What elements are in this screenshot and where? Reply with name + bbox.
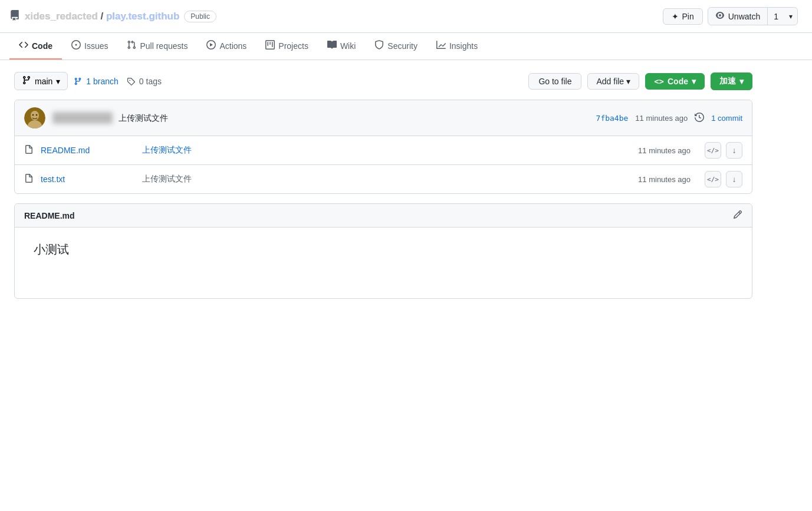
unwatch-label: Unwatch (728, 12, 760, 21)
wiki-icon (327, 40, 337, 51)
edit-readme-button[interactable] (733, 210, 742, 221)
jiasu-label: 加速 (719, 76, 736, 87)
code-bracket-icon: <> (654, 77, 664, 86)
security-icon (374, 40, 384, 51)
tab-security[interactable]: Security (365, 33, 427, 60)
tab-security-label: Security (387, 41, 417, 51)
branch-chevron-icon: ▾ (56, 77, 60, 86)
history-icon (695, 113, 704, 124)
goto-file-button[interactable]: Go to file (528, 73, 581, 90)
nav-tabs: Code Issues Pull requests Actions (0, 33, 812, 60)
commit-bar: hidden 上传测试文件 7fba4be 11 minutes ago 1 c… (15, 100, 752, 136)
tab-projects-label: Projects (278, 41, 308, 51)
branch-label: main (35, 77, 52, 86)
readme-container: README.md 小测试 (14, 203, 752, 299)
download-icon: ↓ (732, 175, 737, 184)
unwatch-main-button[interactable]: Unwatch (708, 8, 768, 25)
commit-count[interactable]: 1 commit (711, 114, 742, 123)
file-row: test.txt 上传测试文件 11 minutes ago </> ↓ (15, 165, 752, 193)
tab-code[interactable]: Code (9, 33, 62, 60)
commit-message: hidden 上传测试文件 (52, 112, 589, 124)
readme-header: README.md (15, 204, 752, 228)
svg-point-3 (32, 114, 34, 116)
unwatch-count[interactable]: 1 (768, 9, 784, 24)
tab-issues[interactable]: Issues (62, 33, 117, 60)
actions-icon (206, 40, 216, 51)
top-bar: xides_redacted / play.test.github Public… (0, 0, 812, 33)
commit-text: 上传测试文件 (119, 113, 168, 123)
tab-wiki-label: Wiki (340, 41, 356, 51)
view-raw-icon: </> (707, 176, 719, 183)
add-file-button[interactable]: Add file ▾ (587, 73, 639, 90)
readme-body: 小测试 (15, 228, 752, 298)
branch-count-item[interactable]: 1 branch (74, 77, 118, 86)
tab-insights[interactable]: Insights (427, 33, 487, 60)
code-button[interactable]: <> Code ▾ (645, 73, 705, 90)
branch-selector[interactable]: main ▾ (14, 72, 68, 90)
tab-code-label: Code (32, 41, 52, 51)
add-file-label: Add file (596, 77, 624, 86)
code-button-label: Code (668, 77, 688, 86)
pull-request-icon (127, 40, 136, 51)
commit-time: 11 minutes ago (635, 114, 688, 123)
tab-insights-label: Insights (449, 41, 478, 51)
unwatch-button-group: Unwatch 1 ▾ (708, 7, 798, 25)
file-row: README.md 上传测试文件 11 minutes ago </> ↓ (15, 136, 752, 165)
eye-icon (715, 11, 725, 22)
top-actions: ✦ Pin Unwatch 1 ▾ (663, 7, 798, 25)
repo-info: xides_redacted / play.test.github Public (9, 10, 216, 23)
pin-star-icon: ✦ (672, 12, 679, 21)
public-badge: Public (184, 11, 216, 22)
file-name-test[interactable]: test.txt (41, 174, 135, 184)
issues-icon (71, 40, 81, 51)
file-name-readme[interactable]: README.md (41, 146, 135, 155)
readme-content: 小测试 (34, 242, 733, 258)
insights-icon (436, 40, 446, 51)
main-content: main ▾ 1 branch 0 tags Go to file Add fi… (0, 60, 767, 311)
file-actions-readme: </> ↓ (705, 142, 742, 159)
code-icon (19, 40, 28, 51)
pin-button[interactable]: ✦ Pin (663, 8, 703, 25)
tab-pull-requests-label: Pull requests (140, 41, 188, 51)
code-chevron-icon: ▾ (692, 77, 696, 86)
toolbar: main ▾ 1 branch 0 tags Go to file Add fi… (14, 72, 752, 90)
tab-actions[interactable]: Actions (197, 33, 256, 60)
download-button-test[interactable]: ↓ (726, 171, 742, 187)
branch-icon (22, 75, 31, 87)
repo-icon (9, 10, 20, 23)
view-raw-icon: </> (707, 147, 719, 154)
jiasu-chevron-icon: ▾ (739, 77, 744, 86)
tab-projects[interactable]: Projects (256, 33, 318, 60)
file-table: hidden 上传测试文件 7fba4be 11 minutes ago 1 c… (14, 100, 752, 194)
file-commit-msg-test: 上传测试文件 (142, 174, 631, 184)
file-actions-test: </> ↓ (705, 171, 742, 187)
username-blurred: hidden (52, 112, 113, 124)
readme-title: README.md (24, 211, 75, 220)
svg-point-4 (36, 114, 38, 116)
tab-wiki[interactable]: Wiki (318, 33, 365, 60)
file-time-test: 11 minutes ago (638, 175, 691, 184)
unwatch-dropdown-arrow[interactable]: ▾ (784, 9, 797, 24)
download-button-readme[interactable]: ↓ (726, 142, 742, 159)
pin-label: Pin (682, 12, 694, 21)
tab-issues-label: Issues (84, 41, 108, 51)
add-file-chevron-icon: ▾ (626, 77, 630, 86)
view-raw-button-test[interactable]: </> (705, 171, 721, 187)
branch-info: 1 branch 0 tags (74, 77, 162, 86)
projects-icon (265, 40, 275, 51)
file-icon-readme (24, 145, 34, 156)
file-icon-test (24, 174, 34, 185)
file-time-readme: 11 minutes ago (638, 146, 691, 155)
download-icon: ↓ (732, 146, 737, 155)
jiasu-button[interactable]: 加速 ▾ (711, 72, 752, 90)
commit-hash[interactable]: 7fba4be (596, 114, 629, 123)
commit-meta: 7fba4be 11 minutes ago 1 commit (596, 113, 742, 124)
view-raw-button-readme[interactable]: </> (705, 142, 721, 159)
tab-actions-label: Actions (219, 41, 246, 51)
repo-path[interactable]: xides_redacted / play.test.github (25, 11, 179, 22)
file-commit-msg-readme[interactable]: 上传测试文件 (142, 145, 631, 156)
tag-count-item[interactable]: 0 tags (127, 77, 162, 86)
tab-pull-requests[interactable]: Pull requests (117, 33, 197, 60)
avatar[interactable] (24, 107, 45, 128)
